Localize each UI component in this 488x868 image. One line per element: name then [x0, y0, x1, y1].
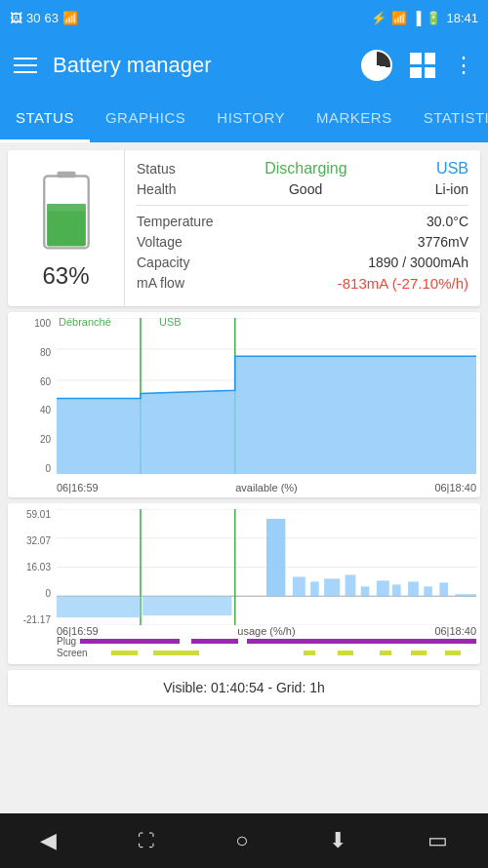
- y2-label-16: 16.03: [10, 562, 51, 572]
- chart-svg-2: [57, 509, 476, 625]
- svg-rect-32: [424, 586, 432, 596]
- chart-2-x-right: 06|18:40: [434, 625, 476, 637]
- tab-status[interactable]: Status: [0, 96, 90, 142]
- navigation-bar: ◀ ⛶ ○ ⬇ ▭: [0, 813, 488, 868]
- bluetooth-icon: ⚡: [371, 11, 386, 25]
- ma-flow-label: mA flow: [137, 275, 184, 292]
- y2-label-32: 32.07: [10, 535, 51, 546]
- svg-marker-12: [57, 356, 476, 474]
- health-value: Good: [289, 181, 322, 197]
- menu-button[interactable]: [14, 58, 37, 73]
- status-row-main: Status Discharging USB: [137, 160, 468, 178]
- screen-legend-label: Screen: [57, 648, 88, 658]
- chart-card-1: 100 80 60 40 20 0 Débranché USB: [8, 312, 480, 497]
- tab-bar: Status Graphics History Markers Statisti: [0, 96, 488, 142]
- plug-legend-label: Plug: [57, 636, 76, 647]
- app-bar-icons: ⋮: [361, 50, 474, 81]
- status-bar: 🖼 30 63 📶 ⚡ 📶 ▐ 🔋 18:41: [0, 0, 488, 35]
- debranch-label: Débranché: [59, 316, 111, 328]
- pie-chart-icon[interactable]: [361, 50, 392, 81]
- status-bar-left: 🖼 30 63 📶: [10, 11, 78, 25]
- voltage-row: Voltage 3776mV: [137, 234, 468, 250]
- signal-strength-icon: ▐: [412, 11, 421, 25]
- health-row: Health Good Li-ion: [137, 181, 468, 197]
- tab-graphics[interactable]: Graphics: [90, 96, 201, 139]
- svg-rect-24: [293, 576, 305, 596]
- time-display: 18:41: [446, 11, 478, 25]
- chart-svg-1: [57, 318, 476, 474]
- usb-label: USB: [159, 316, 182, 328]
- svg-rect-25: [310, 581, 319, 596]
- svg-rect-26: [324, 578, 340, 596]
- svg-rect-27: [346, 574, 356, 596]
- chart-area-1: 100 80 60 40 20 0 Débranché USB: [8, 312, 480, 497]
- y-label-40: 40: [10, 405, 51, 415]
- chart-1-bottom-labels: 06|16:59 available (%) 06|18:40: [57, 482, 476, 493]
- status-details: Status Discharging USB Health Good Li-io…: [125, 150, 480, 306]
- status-type-usb: USB: [436, 160, 468, 178]
- home-button[interactable]: ○: [235, 828, 248, 853]
- y2-label-0: 0: [10, 588, 51, 599]
- battery-svg-icon: [35, 167, 98, 255]
- chart-1-x-right: 06|18:40: [434, 482, 476, 493]
- info-bar-text: Visible: 01:40:54 - Grid: 1h: [163, 680, 325, 695]
- capacity-row: Capacity 1890 / 3000mAh: [137, 255, 468, 270]
- y2-label-neg21: -21.17: [10, 614, 51, 625]
- recent-apps-button[interactable]: ▭: [427, 828, 448, 853]
- status-label: Status: [137, 161, 176, 177]
- svg-rect-33: [439, 582, 448, 596]
- svg-rect-28: [361, 586, 370, 596]
- svg-rect-31: [408, 581, 419, 596]
- svg-rect-3: [47, 204, 86, 212]
- y-axis-labels-2: 59.01 32.07 16.03 0 -21.17: [10, 509, 55, 625]
- tab-statistics[interactable]: Statisti: [408, 96, 488, 139]
- temperature-label: Temperature: [137, 214, 214, 229]
- info-bar: Visible: 01:40:54 - Grid: 1h: [8, 670, 480, 705]
- ma-flow-value: -813mA (-27.10%/h): [338, 275, 468, 292]
- capacity-label: Capacity: [137, 255, 189, 270]
- tab-markers[interactable]: Markers: [301, 96, 408, 139]
- notification-icon: 🖼: [10, 11, 22, 25]
- svg-rect-22: [142, 596, 231, 615]
- main-content: 63% Status Discharging USB Health Good L…: [0, 142, 488, 813]
- data-info: 63: [44, 11, 58, 25]
- status-value-discharging: Discharging: [264, 160, 346, 178]
- svg-rect-21: [57, 596, 141, 617]
- battery-status-icon: 🔋: [426, 11, 441, 25]
- chart-2-bottom-labels: 06|16:59 usage (%/h) 06|18:40: [57, 625, 476, 637]
- signal-icon: 📶: [62, 11, 78, 25]
- wifi-icon: 📶: [391, 11, 407, 25]
- fullscreen-button[interactable]: ⛶: [138, 831, 155, 851]
- svg-rect-29: [377, 580, 389, 596]
- health-type: Li-ion: [435, 181, 468, 197]
- chart-2-x-center: usage (%/h): [237, 625, 295, 637]
- y-axis-labels-1: 100 80 60 40 20 0: [10, 318, 55, 474]
- chart-card-2: 59.01 32.07 16.03 0 -21.17: [8, 503, 480, 664]
- status-card: 63% Status Discharging USB Health Good L…: [8, 150, 480, 306]
- chart-1-x-center: available (%): [235, 482, 298, 493]
- health-label: Health: [137, 181, 176, 197]
- chart-2-legend: Plug: [57, 636, 476, 647]
- y-label-20: 20: [10, 434, 51, 445]
- download-button[interactable]: ⬇: [329, 828, 346, 853]
- back-button[interactable]: ◀: [40, 828, 57, 853]
- temperature-value: 30.0°C: [427, 214, 468, 229]
- svg-rect-34: [456, 594, 477, 596]
- svg-rect-23: [266, 519, 285, 596]
- battery-section: 63%: [8, 150, 125, 306]
- app-bar: Battery manager ⋮: [0, 35, 488, 96]
- y2-label-59: 59.01: [10, 509, 51, 520]
- svg-rect-30: [392, 584, 401, 596]
- y-label-100: 100: [10, 318, 51, 329]
- more-options-icon[interactable]: ⋮: [453, 53, 474, 78]
- y-label-80: 80: [10, 347, 51, 358]
- chart-2-x-left: 06|16:59: [57, 625, 99, 637]
- ma-flow-row: mA flow -813mA (-27.10%/h): [137, 275, 468, 292]
- tab-history[interactable]: History: [201, 96, 301, 139]
- voltage-label: Voltage: [137, 234, 183, 250]
- grid-view-icon[interactable]: [410, 53, 435, 78]
- svg-rect-1: [57, 172, 75, 178]
- y-label-60: 60: [10, 376, 51, 387]
- sim-info: 30: [26, 11, 40, 25]
- plug-legend-bar: [80, 639, 476, 644]
